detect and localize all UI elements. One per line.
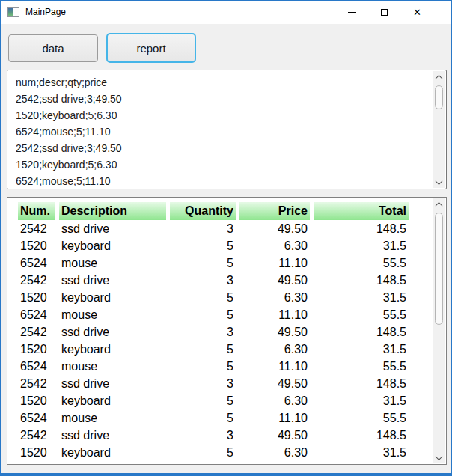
table-cell: 5 (170, 289, 236, 306)
table-cell: 2542 (18, 220, 55, 237)
table-cell: keyboard (59, 237, 166, 254)
table-cell: 11.10 (239, 306, 310, 323)
table-cell: 1520 (18, 237, 55, 254)
table-cell: 55.5 (314, 306, 409, 323)
table-cell: 31.5 (314, 341, 409, 358)
table-cell: 5 (170, 341, 236, 358)
chevron-up-icon (436, 74, 443, 82)
scroll-down-button[interactable] (433, 451, 445, 463)
table-cell: 2542 (18, 427, 55, 444)
table-cell: 5 (170, 392, 236, 409)
csv-line: 6524;mouse;5;11.10 (16, 123, 428, 140)
csv-scrollbar[interactable] (433, 71, 445, 188)
table-cell: 1520 (18, 444, 55, 461)
table-cell: 55.5 (314, 409, 409, 427)
window-title: MainPage (25, 7, 66, 17)
minimize-button[interactable] (335, 1, 369, 24)
table-row: 2542ssd drive349.50148.5 (18, 220, 409, 237)
table-cell: ssd drive (59, 323, 166, 341)
table-cell: 2542 (18, 375, 55, 392)
scroll-down-button[interactable] (433, 176, 445, 188)
table-cell: 6.30 (239, 392, 310, 409)
table-cell: mouse (59, 254, 166, 272)
csv-line: 2542;ssd drive;3;49.50 (16, 140, 428, 156)
table-cell: 1520 (18, 341, 55, 358)
table-cell: 3 (170, 272, 236, 289)
csv-line: 6524;mouse;5;11.10 (16, 173, 428, 189)
table-cell: 5 (170, 306, 236, 323)
maximize-icon (381, 9, 388, 16)
csv-scrollbar-thumb[interactable] (435, 85, 443, 109)
table-row: 1520keyboard56.3031.5 (18, 237, 409, 254)
table-cell: 6.30 (239, 237, 310, 254)
table-cell: 55.5 (314, 254, 409, 272)
table-cell: 6.30 (239, 341, 310, 358)
report-header-row: Num.DescriptionQuantityPriceTotal (18, 202, 409, 220)
table-cell: ssd drive (59, 427, 166, 444)
table-cell: keyboard (59, 289, 166, 306)
table-scrollbar-thumb[interactable] (435, 213, 443, 325)
scroll-up-button[interactable] (433, 71, 445, 83)
table-cell: mouse (59, 358, 166, 375)
table-cell: keyboard (59, 392, 166, 409)
table-cell: keyboard (59, 341, 166, 358)
table-cell: 5 (170, 358, 236, 375)
table-cell: 3 (170, 375, 236, 392)
table-cell: 148.5 (314, 272, 409, 289)
table-cell: 5 (170, 237, 236, 254)
table-row: 6524mouse511.1055.5 (18, 254, 409, 272)
table-row: 1520keyboard56.3031.5 (18, 289, 409, 306)
main-window: MainPage ✕ data report num;descr;qty;pri… (0, 0, 452, 476)
table-cell: keyboard (59, 444, 166, 461)
close-button[interactable]: ✕ (400, 1, 434, 24)
table-cell: 5 (170, 409, 236, 427)
csv-line: 1520;keyboard;5;6.30 (16, 156, 428, 173)
csv-text[interactable]: num;descr;qty;price2542;ssd drive;3;49.5… (16, 74, 428, 189)
minimize-icon (348, 12, 356, 13)
table-cell: 6524 (18, 409, 55, 427)
table-cell: 148.5 (314, 323, 409, 341)
column-header-price: Price (239, 202, 310, 220)
data-button[interactable]: data (8, 34, 98, 62)
chevron-up-icon (436, 201, 443, 209)
table-cell: 148.5 (314, 375, 409, 392)
column-header-description: Description (59, 202, 166, 220)
table-cell: 148.5 (314, 427, 409, 444)
report-panel: Num.DescriptionQuantityPriceTotal 2542ss… (7, 197, 447, 465)
table-cell: 6.30 (239, 444, 310, 461)
table-row: 1520keyboard56.3031.5 (18, 341, 409, 358)
close-icon: ✕ (413, 7, 421, 17)
table-cell: ssd drive (59, 272, 166, 289)
table-row: 2542ssd drive349.50148.5 (18, 323, 409, 341)
table-cell: 1520 (18, 392, 55, 409)
table-cell: 55.5 (314, 358, 409, 375)
table-row: 2542ssd drive349.50148.5 (18, 272, 409, 289)
csv-line: 2542;ssd drive;3;49.50 (16, 91, 428, 107)
table-cell: 31.5 (314, 289, 409, 306)
csv-line: 1520;keyboard;5;6.30 (16, 107, 428, 123)
scroll-up-button[interactable] (433, 198, 445, 210)
table-cell: 11.10 (239, 254, 310, 272)
table-scrollbar[interactable] (433, 198, 445, 463)
csv-editor[interactable]: num;descr;qty;price2542;ssd drive;3;49.5… (7, 70, 447, 189)
table-cell: 6524 (18, 254, 55, 272)
table-cell: 31.5 (314, 444, 409, 461)
table-cell: ssd drive (59, 375, 166, 392)
title-bar[interactable]: MainPage ✕ (1, 1, 451, 24)
report-table-body: 2542ssd drive349.50148.51520keyboard56.3… (18, 220, 409, 461)
column-header-num: Num. (18, 202, 55, 220)
table-cell: 49.50 (239, 323, 310, 341)
table-cell: 31.5 (314, 237, 409, 254)
table-cell: 3 (170, 220, 236, 237)
table-cell: 6524 (18, 358, 55, 375)
table-cell: 1520 (18, 289, 55, 306)
table-cell: 49.50 (239, 427, 310, 444)
column-header-total: Total (314, 202, 409, 220)
table-cell: 6524 (18, 306, 55, 323)
report-button[interactable]: report (106, 33, 196, 63)
maximize-button[interactable] (367, 1, 401, 24)
report-table: Num.DescriptionQuantityPriceTotal 2542ss… (14, 202, 412, 461)
chevron-down-icon (436, 453, 443, 460)
table-cell: 11.10 (239, 409, 310, 427)
table-row: 6524mouse511.1055.5 (18, 358, 409, 375)
